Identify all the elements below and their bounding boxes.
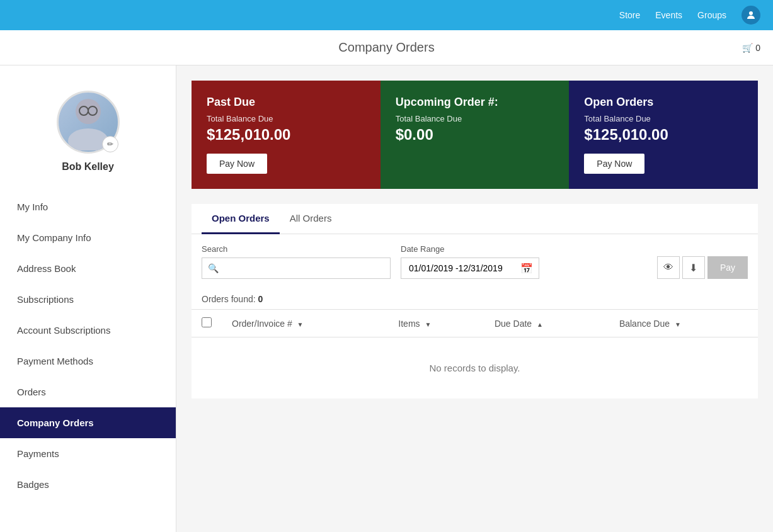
cart-count: 0 xyxy=(755,43,760,53)
past-due-pay-button[interactable]: Pay Now xyxy=(207,154,267,174)
download-icon: ⬇ xyxy=(689,262,697,274)
search-icon: 🔍 xyxy=(208,263,219,273)
eye-icon: 👁 xyxy=(663,262,673,273)
no-records-message: No records to display. xyxy=(192,337,758,399)
upcoming-title: Upcoming Order #: xyxy=(396,96,554,109)
invoice-sort-icon: ▼ xyxy=(297,321,304,328)
sidebar-item-payment-methods[interactable]: Payment Methods xyxy=(0,346,176,376)
search-input-container: 🔍 xyxy=(202,258,391,279)
top-navigation: Store Events Groups xyxy=(0,0,773,30)
balance-sort-icon: ▼ xyxy=(675,321,681,328)
date-range-container: 📅 xyxy=(401,258,539,279)
view-button[interactable]: 👁 xyxy=(657,256,680,279)
groups-link[interactable]: Groups xyxy=(697,10,726,20)
open-orders-amount: $125,010.00 xyxy=(584,126,743,144)
svg-point-0 xyxy=(749,11,753,15)
events-link[interactable]: Events xyxy=(655,10,682,20)
svg-point-2 xyxy=(68,128,108,150)
sidebar-item-company-orders[interactable]: Company Orders xyxy=(0,407,176,438)
search-input[interactable] xyxy=(202,258,391,279)
sidebar-item-orders[interactable]: Orders xyxy=(0,376,176,407)
upcoming-subtitle: Total Balance Due xyxy=(396,114,554,123)
orders-count-value: 0 xyxy=(258,294,263,304)
sidebar-item-account-subscriptions[interactable]: Account Subscriptions xyxy=(0,315,176,346)
pencil-icon: ✏ xyxy=(107,140,113,149)
sidebar-item-my-company-info[interactable]: My Company Info xyxy=(0,222,176,253)
action-icons: 👁 ⬇ Pay xyxy=(657,256,748,279)
tab-all-orders[interactable]: All Orders xyxy=(280,204,342,234)
avatar-container: ✏ xyxy=(57,91,120,154)
select-all-checkbox[interactable] xyxy=(202,317,212,327)
user-avatar-icon[interactable] xyxy=(742,6,760,25)
items-sort-icon: ▼ xyxy=(425,321,431,328)
select-all-column xyxy=(192,310,222,337)
main-content: Past Due Total Balance Due $125,010.00 P… xyxy=(176,65,773,532)
open-orders-subtitle: Total Balance Due xyxy=(584,114,743,123)
cart-button[interactable]: 🛒 0 xyxy=(742,43,760,53)
orders-section: Open Orders All Orders Search 🔍 Date Ran… xyxy=(192,204,758,399)
sidebar-item-address-book[interactable]: Address Book xyxy=(0,253,176,284)
date-range-input[interactable] xyxy=(401,258,539,279)
page-header: Company Orders 🛒 0 xyxy=(0,30,773,65)
orders-table: Order/Invoice # ▼ Items ▼ Due Date ▲ B xyxy=(192,309,758,399)
search-label: Search xyxy=(202,244,391,254)
sidebar-nav: My InfoMy Company InfoAddress BookSubscr… xyxy=(0,191,176,500)
cart-icon: 🛒 xyxy=(742,43,753,53)
due-date-column-header[interactable]: Due Date ▲ xyxy=(484,310,609,337)
orders-tabs: Open Orders All Orders xyxy=(192,204,758,234)
past-due-subtitle: Total Balance Due xyxy=(207,114,365,123)
orders-count: Orders found: 0 xyxy=(192,289,758,309)
upcoming-amount: $0.00 xyxy=(396,126,554,144)
open-orders-pay-button[interactable]: Pay Now xyxy=(584,154,644,174)
profile-section: ✏ Bob Kelley xyxy=(0,78,176,191)
sidebar-item-badges[interactable]: Badges xyxy=(0,469,176,500)
date-range-filter-group: Date Range 📅 xyxy=(401,244,539,279)
balance-due-column-header[interactable]: Balance Due ▼ xyxy=(609,310,758,337)
pay-button[interactable]: Pay xyxy=(707,256,748,279)
items-column-header[interactable]: Items ▼ xyxy=(388,310,484,337)
invoice-column-header[interactable]: Order/Invoice # ▼ xyxy=(222,310,388,337)
sidebar-item-subscriptions[interactable]: Subscriptions xyxy=(0,284,176,315)
sidebar-item-payments[interactable]: Payments xyxy=(0,438,176,469)
edit-avatar-button[interactable]: ✏ xyxy=(102,136,118,152)
due-date-sort-icon: ▲ xyxy=(537,321,543,328)
open-orders-title: Open Orders xyxy=(584,96,743,109)
open-orders-card: Open Orders Total Balance Due $125,010.0… xyxy=(569,81,758,189)
sidebar: ✏ Bob Kelley My InfoMy Company InfoAddre… xyxy=(0,65,176,532)
orders-found-label: Orders found: xyxy=(202,294,256,304)
store-link[interactable]: Store xyxy=(619,10,640,20)
calendar-icon[interactable]: 📅 xyxy=(520,263,533,274)
upcoming-card: Upcoming Order #: Total Balance Due $0.0… xyxy=(381,81,570,189)
page-title: Company Orders xyxy=(338,40,434,55)
tab-open-orders[interactable]: Open Orders xyxy=(202,204,280,234)
past-due-amount: $125,010.00 xyxy=(207,126,365,144)
past-due-card: Past Due Total Balance Due $125,010.00 P… xyxy=(192,81,381,189)
user-name: Bob Kelley xyxy=(62,161,114,173)
sidebar-item-my-info[interactable]: My Info xyxy=(0,191,176,222)
past-due-title: Past Due xyxy=(207,96,365,109)
search-filter-group: Search 🔍 xyxy=(202,244,391,279)
summary-cards: Past Due Total Balance Due $125,010.00 P… xyxy=(192,81,758,189)
download-button[interactable]: ⬇ xyxy=(682,256,705,279)
filters-row: Search 🔍 Date Range 📅 👁 xyxy=(192,234,758,289)
date-range-label: Date Range xyxy=(401,244,539,254)
